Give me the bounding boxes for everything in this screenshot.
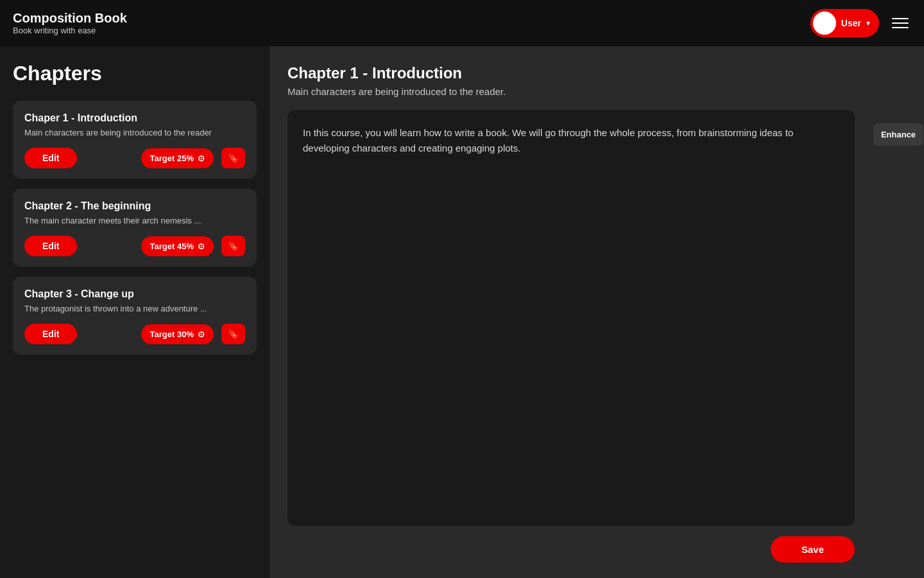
app-title: Composition Book [13,11,127,26]
chapter-2-edit-button[interactable]: Edit [24,236,77,256]
content-area: Chapter 1 - Introduction Main characters… [270,46,873,578]
content-footer: Save [287,536,855,563]
chapter-2-title: Chapter 2 - The beginning [24,200,245,212]
sidebar-heading: Chapters [13,62,257,85]
chapter-3-actions: Edit Target 30% ⊙ 🔖 [24,324,245,344]
chapter-1-edit-button[interactable]: Edit [24,148,77,168]
chapter-1-actions: Edit Target 25% ⊙ 🔖 [24,148,245,168]
sidebar: Chapters Chaper 1 - Introduction Main ch… [0,46,270,578]
chapter-3-edit-button[interactable]: Edit [24,324,77,344]
chapter-card-3: Chapter 3 - Change up The protagonist is… [13,277,257,355]
chapter-3-desc: The protagonist is thrown into a new adv… [24,304,245,313]
target-1-icon: ⊙ [198,153,205,163]
app-header: Composition Book Book writing with ease … [0,0,924,46]
main-layout: Chapters Chaper 1 - Introduction Main ch… [0,46,924,578]
content-body-text: In this course, you will learn how to wr… [303,125,839,156]
chapter-3-bookmark-button[interactable]: 🔖 [221,324,245,344]
chapter-3-title: Chapter 3 - Change up [24,288,245,300]
content-chapter-title: Chapter 1 - Introduction [287,64,855,82]
user-menu[interactable]: User ▾ [810,9,879,37]
right-panel: Enhance [873,46,924,578]
bookmark-3-icon: 🔖 [228,329,239,339]
chapter-2-bookmark-button[interactable]: 🔖 [221,236,245,256]
bookmark-2-icon: 🔖 [228,241,239,251]
hamburger-menu-button[interactable] [889,15,911,31]
chevron-down-icon: ▾ [866,19,870,28]
chapter-1-title: Chaper 1 - Introduction [24,112,245,124]
chapter-2-target-label: Target 45% [150,241,194,251]
chapter-3-target-label: Target 30% [150,329,194,339]
chapter-2-target-button[interactable]: Target 45% ⊙ [141,236,214,256]
hamburger-line-2 [892,22,909,24]
brand: Composition Book Book writing with ease [13,11,127,35]
chapter-card-2: Chapter 2 - The beginning The main chara… [13,189,257,267]
hamburger-line-1 [892,18,909,19]
save-button[interactable]: Save [771,536,855,563]
header-right: User ▾ [810,9,911,37]
chapter-card-1: Chaper 1 - Introduction Main characters … [13,101,257,179]
chapter-2-actions: Edit Target 45% ⊙ 🔖 [24,236,245,256]
chapter-1-desc: Main characters are being introduced to … [24,128,245,137]
chapter-2-desc: The main character meets their arch neme… [24,216,245,225]
target-3-icon: ⊙ [198,329,205,339]
app-subtitle: Book writing with ease [13,26,127,35]
chapter-3-target-button[interactable]: Target 30% ⊙ [141,324,214,344]
chapter-1-bookmark-button[interactable]: 🔖 [221,148,245,168]
hamburger-line-3 [892,27,909,28]
content-text-area[interactable]: In this course, you will learn how to wr… [287,110,855,526]
target-2-icon: ⊙ [198,241,205,251]
user-name: User [841,18,861,28]
chapter-1-target-label: Target 25% [150,153,194,163]
bookmark-1-icon: 🔖 [228,153,239,163]
chapter-1-target-button[interactable]: Target 25% ⊙ [141,148,214,168]
enhance-button[interactable]: Enhance [873,123,923,146]
avatar [813,12,836,35]
content-chapter-desc: Main characters are being introduced to … [287,86,855,97]
